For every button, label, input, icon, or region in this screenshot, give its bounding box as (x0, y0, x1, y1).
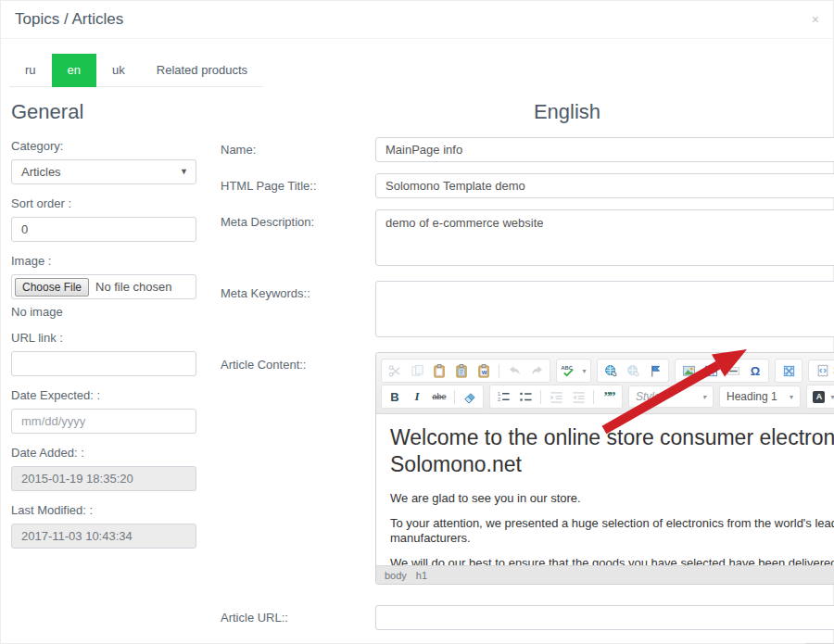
meta-description-label: Meta Description: (221, 209, 375, 270)
text-color-icon[interactable]: A▾ (810, 387, 834, 406)
tab-en[interactable]: en (52, 54, 96, 87)
editor-paragraph: We will do our best to ensure that the g… (390, 556, 834, 565)
maximize-icon[interactable] (778, 361, 799, 380)
path-item-h1[interactable]: h1 (416, 570, 427, 581)
bold-icon[interactable]: B (385, 387, 405, 406)
format-combo-label: Heading 1 (727, 390, 777, 403)
image-file-input[interactable]: Choose File No file chosen (11, 274, 196, 299)
tab-related-products[interactable]: Related products (141, 54, 263, 87)
blockquote-icon[interactable]: ”” (599, 387, 619, 406)
file-chosen-text: No file chosen (95, 280, 171, 294)
link-icon[interactable] (600, 361, 621, 380)
toolbar-separator (593, 390, 594, 404)
spell-check-caret-icon: ▾ (582, 367, 586, 375)
toolbar-separator (540, 390, 541, 404)
tab-ru[interactable]: ru (9, 54, 52, 87)
modal-header: Topics / Articles × (0, 0, 834, 39)
horizontal-rule-icon[interactable] (723, 361, 743, 380)
close-icon[interactable]: × (812, 13, 819, 26)
general-panel: General Category: Articles ▼ Sort order … (11, 87, 196, 644)
article-url-label: Article URL:: (221, 605, 375, 630)
html-page-title-input[interactable] (375, 173, 834, 198)
choose-file-button[interactable]: Choose File (15, 278, 89, 297)
article-content-label: Article Content:: (221, 352, 375, 585)
text-color-caret-icon: ▾ (830, 393, 834, 401)
tab-bar: ru en uk Related products (0, 54, 834, 87)
name-input[interactable] (375, 137, 834, 162)
category-select[interactable]: Articles ▼ (11, 159, 196, 184)
editor-content-area[interactable]: Welcome to the online store consumer ele… (376, 414, 834, 565)
html-page-title-label: HTML Page Title:: (221, 173, 375, 198)
meta-description-textarea[interactable]: demo of e-commerce website (375, 209, 834, 266)
paste-icon[interactable] (429, 361, 449, 380)
category-label: Category: (11, 139, 196, 153)
svg-text:W: W (481, 369, 486, 375)
numbered-list-icon[interactable]: 1.2. (493, 387, 513, 406)
editor-content-heading: Welcome to the online store consumer ele… (390, 424, 834, 478)
editor-toolbar: W (376, 353, 834, 414)
last-modified-input (11, 524, 196, 549)
date-expected-input[interactable] (11, 409, 196, 434)
source-doc-icon (816, 364, 829, 377)
copy-icon[interactable] (407, 361, 427, 380)
source-button[interactable]: Source (808, 360, 834, 382)
strikethrough-icon[interactable]: abe (429, 387, 449, 406)
article-url-input[interactable] (375, 605, 834, 630)
italic-icon[interactable]: I (407, 387, 427, 406)
svg-text:ABC: ABC (562, 365, 573, 371)
sort-order-label: Sort order : (11, 196, 196, 210)
format-combo[interactable]: Heading 1 ▾ (719, 385, 801, 408)
last-modified-label: Last Modified: : (11, 503, 196, 517)
styles-combo[interactable]: Styles ▾ (628, 385, 714, 408)
spell-check-icon[interactable]: ABC ▾ (560, 361, 588, 380)
redo-icon[interactable] (526, 361, 547, 380)
rich-text-editor: W (375, 352, 834, 585)
url-link-input[interactable] (11, 351, 196, 376)
indent-icon[interactable] (568, 387, 588, 406)
anchor-flag-icon[interactable] (645, 361, 665, 380)
cut-icon[interactable] (385, 361, 405, 380)
svg-text:2.: 2. (497, 397, 500, 402)
select-caret-icon: ▼ (180, 167, 188, 176)
editor-paragraph: We are glad to see you in our store. (390, 491, 834, 506)
path-item-body[interactable]: body (385, 570, 407, 581)
toolbar-separator (454, 390, 455, 404)
undo-icon[interactable] (504, 361, 524, 380)
styles-caret-icon: ▾ (702, 393, 706, 401)
date-added-input (11, 466, 196, 491)
special-character-icon[interactable]: Ω (745, 361, 765, 380)
english-panel: English Name: HTML Page Title:: Meta Des… (221, 87, 834, 644)
image-label: Image : (11, 254, 196, 268)
unlink-icon[interactable] (623, 361, 643, 380)
date-added-label: Date Added: : (11, 446, 196, 460)
toolbar-separator (499, 364, 499, 378)
english-heading: English (221, 100, 834, 124)
table-icon[interactable] (701, 361, 721, 380)
meta-keywords-label: Meta Keywords:: (221, 281, 375, 341)
svg-text:1.: 1. (497, 390, 500, 396)
modal-title: Topics / Articles (15, 10, 123, 29)
no-image-text: No image (11, 305, 196, 319)
sort-order-input[interactable] (11, 217, 196, 242)
remove-format-icon[interactable] (460, 387, 480, 406)
styles-combo-label: Styles (636, 390, 666, 403)
outdent-icon[interactable] (546, 387, 566, 406)
tab-uk[interactable]: uk (96, 54, 141, 87)
paste-plain-text-icon[interactable] (451, 361, 472, 380)
editor-paragraph: To your attention, we presented a huge s… (390, 516, 834, 547)
bulleted-list-icon[interactable] (515, 387, 536, 406)
paste-from-word-icon[interactable]: W (474, 361, 494, 380)
category-selected-value: Articles (21, 165, 61, 179)
date-expected-label: Date Expected: : (11, 388, 196, 402)
general-heading: General (11, 100, 196, 124)
format-caret-icon: ▾ (790, 393, 793, 401)
name-label: Name: (221, 137, 375, 162)
image-icon[interactable] (678, 361, 699, 380)
meta-keywords-textarea[interactable] (375, 281, 834, 337)
url-link-label: URL link : (11, 331, 196, 345)
editor-path-bar: body h1 ◢ (376, 565, 834, 584)
